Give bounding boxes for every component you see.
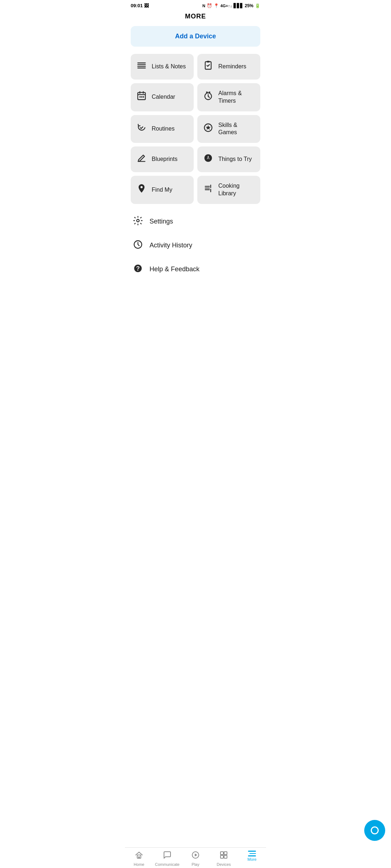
list-section: Settings Activity History ? Help & Feedb… <box>125 210 266 325</box>
things-to-try-button[interactable]: Things to Try <box>197 146 260 172</box>
feature-grid: Lists & Notes Reminders Calendar <box>125 54 266 204</box>
find-my-label: Find My <box>152 186 172 194</box>
signal-icon: 4G+↑↓ <box>220 4 232 8</box>
routines-label: Routines <box>152 125 175 133</box>
status-left: 09:01 🖼 <box>131 3 149 8</box>
calendar-icon <box>136 91 147 103</box>
compass-icon <box>202 153 214 166</box>
activity-history-label: Activity History <box>150 242 192 249</box>
skills-icon <box>202 123 214 135</box>
svg-rect-10 <box>139 96 141 98</box>
settings-label: Settings <box>150 218 173 225</box>
page-title: MORE <box>125 10 266 26</box>
calendar-label: Calendar <box>152 93 175 101</box>
blueprints-icon <box>136 153 147 166</box>
photo-icon: 🖼 <box>144 3 149 8</box>
skills-games-label: Skills & Games <box>218 122 255 137</box>
lists-notes-button[interactable]: Lists & Notes <box>131 54 194 80</box>
help-icon: ? <box>132 263 144 276</box>
cooking-library-label: CookingLibrary <box>218 182 240 197</box>
svg-rect-5 <box>207 61 210 63</box>
clock-icon <box>132 239 144 252</box>
status-bar: 09:01 🖼 N ⏰ 📍 4G+↑↓ ▋▋▋ 25% 🔋 <box>125 0 266 10</box>
svg-rect-12 <box>143 96 144 98</box>
svg-rect-16 <box>206 92 208 93</box>
location-icon <box>136 183 147 196</box>
things-to-try-label: Things to Try <box>218 156 252 163</box>
gear-icon <box>132 216 144 228</box>
status-right: N ⏰ 📍 4G+↑↓ ▋▋▋ 25% 🔋 <box>202 3 260 8</box>
calendar-button[interactable]: Calendar <box>131 83 194 111</box>
svg-point-24 <box>140 186 143 188</box>
clipboard-icon <box>202 60 214 73</box>
battery-icon: 🔋 <box>255 3 260 8</box>
lists-notes-label: Lists & Notes <box>152 63 186 71</box>
help-feedback-button[interactable]: ? Help & Feedback <box>131 258 260 281</box>
reminders-label: Reminders <box>218 63 246 71</box>
blueprints-label: Blueprints <box>152 156 177 163</box>
routines-button[interactable]: Routines <box>131 115 194 143</box>
skills-games-button[interactable]: Skills & Games <box>197 115 260 143</box>
cooking-library-button[interactable]: CookingLibrary <box>197 176 260 204</box>
routines-icon <box>136 123 147 135</box>
wifi-bars-icon: ▋▋▋ <box>234 3 243 8</box>
svg-point-23 <box>207 157 209 159</box>
find-my-button[interactable]: Find My <box>131 176 194 204</box>
svg-marker-19 <box>206 125 211 130</box>
add-device-button[interactable]: Add a Device <box>131 26 260 47</box>
alarm-icon <box>202 91 214 103</box>
alarms-timers-label: Alarms &Timers <box>218 90 242 105</box>
nfc-icon: N <box>202 4 205 8</box>
blueprints-button[interactable]: Blueprints <box>131 146 194 172</box>
status-time: 09:01 <box>131 3 143 8</box>
cooking-icon <box>202 183 214 196</box>
alarms-timers-button[interactable]: Alarms &Timers <box>197 83 260 111</box>
svg-rect-17 <box>209 92 210 93</box>
battery-percent: 25% <box>245 3 253 8</box>
svg-rect-6 <box>138 93 146 100</box>
settings-button[interactable]: Settings <box>131 210 260 234</box>
svg-text:?: ? <box>136 265 140 272</box>
svg-point-30 <box>137 219 139 222</box>
reminders-button[interactable]: Reminders <box>197 54 260 80</box>
alarm-status-icon: ⏰ <box>207 3 212 8</box>
location-status-icon: 📍 <box>214 3 219 8</box>
activity-history-button[interactable]: Activity History <box>131 234 260 258</box>
svg-rect-11 <box>141 96 143 98</box>
svg-line-15 <box>208 96 210 98</box>
help-feedback-label: Help & Feedback <box>150 265 199 273</box>
list-icon <box>136 60 147 73</box>
